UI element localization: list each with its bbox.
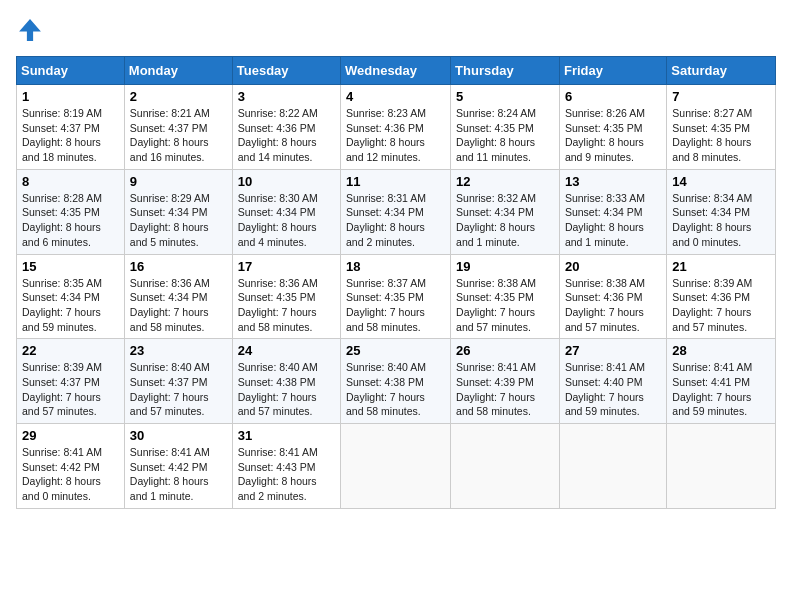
day-cell-29: 29 Sunrise: 8:41 AMSunset: 4:42 PMDaylig… <box>17 424 125 509</box>
day-number: 23 <box>130 343 227 358</box>
col-header-wednesday: Wednesday <box>341 57 451 85</box>
day-number: 3 <box>238 89 335 104</box>
day-info: Sunrise: 8:41 AMSunset: 4:43 PMDaylight:… <box>238 446 318 502</box>
day-cell-2: 2 Sunrise: 8:21 AMSunset: 4:37 PMDayligh… <box>124 85 232 170</box>
day-info: Sunrise: 8:40 AMSunset: 4:38 PMDaylight:… <box>346 361 426 417</box>
day-cell-17: 17 Sunrise: 8:36 AMSunset: 4:35 PMDaylig… <box>232 254 340 339</box>
day-info: Sunrise: 8:27 AMSunset: 4:35 PMDaylight:… <box>672 107 752 163</box>
day-cell-6: 6 Sunrise: 8:26 AMSunset: 4:35 PMDayligh… <box>559 85 666 170</box>
day-cell-19: 19 Sunrise: 8:38 AMSunset: 4:35 PMDaylig… <box>451 254 560 339</box>
day-info: Sunrise: 8:26 AMSunset: 4:35 PMDaylight:… <box>565 107 645 163</box>
col-header-sunday: Sunday <box>17 57 125 85</box>
day-cell-8: 8 Sunrise: 8:28 AMSunset: 4:35 PMDayligh… <box>17 169 125 254</box>
day-cell-25: 25 Sunrise: 8:40 AMSunset: 4:38 PMDaylig… <box>341 339 451 424</box>
day-info: Sunrise: 8:22 AMSunset: 4:36 PMDaylight:… <box>238 107 318 163</box>
day-cell-30: 30 Sunrise: 8:41 AMSunset: 4:42 PMDaylig… <box>124 424 232 509</box>
day-info: Sunrise: 8:40 AMSunset: 4:38 PMDaylight:… <box>238 361 318 417</box>
col-header-monday: Monday <box>124 57 232 85</box>
day-cell-7: 7 Sunrise: 8:27 AMSunset: 4:35 PMDayligh… <box>667 85 776 170</box>
day-cell-3: 3 Sunrise: 8:22 AMSunset: 4:36 PMDayligh… <box>232 85 340 170</box>
day-cell-13: 13 Sunrise: 8:33 AMSunset: 4:34 PMDaylig… <box>559 169 666 254</box>
week-row-1: 1 Sunrise: 8:19 AMSunset: 4:37 PMDayligh… <box>17 85 776 170</box>
day-cell-15: 15 Sunrise: 8:35 AMSunset: 4:34 PMDaylig… <box>17 254 125 339</box>
day-number: 14 <box>672 174 770 189</box>
day-cell-5: 5 Sunrise: 8:24 AMSunset: 4:35 PMDayligh… <box>451 85 560 170</box>
day-number: 25 <box>346 343 445 358</box>
day-info: Sunrise: 8:30 AMSunset: 4:34 PMDaylight:… <box>238 192 318 248</box>
day-cell-14: 14 Sunrise: 8:34 AMSunset: 4:34 PMDaylig… <box>667 169 776 254</box>
day-cell-16: 16 Sunrise: 8:36 AMSunset: 4:34 PMDaylig… <box>124 254 232 339</box>
calendar-table: SundayMondayTuesdayWednesdayThursdayFrid… <box>16 56 776 509</box>
page-header <box>16 16 776 44</box>
day-number: 20 <box>565 259 661 274</box>
day-info: Sunrise: 8:39 AMSunset: 4:36 PMDaylight:… <box>672 277 752 333</box>
day-cell-9: 9 Sunrise: 8:29 AMSunset: 4:34 PMDayligh… <box>124 169 232 254</box>
day-info: Sunrise: 8:38 AMSunset: 4:35 PMDaylight:… <box>456 277 536 333</box>
day-info: Sunrise: 8:34 AMSunset: 4:34 PMDaylight:… <box>672 192 752 248</box>
day-number: 9 <box>130 174 227 189</box>
day-number: 2 <box>130 89 227 104</box>
day-info: Sunrise: 8:37 AMSunset: 4:35 PMDaylight:… <box>346 277 426 333</box>
day-number: 4 <box>346 89 445 104</box>
day-cell-26: 26 Sunrise: 8:41 AMSunset: 4:39 PMDaylig… <box>451 339 560 424</box>
day-info: Sunrise: 8:36 AMSunset: 4:35 PMDaylight:… <box>238 277 318 333</box>
day-info: Sunrise: 8:41 AMSunset: 4:40 PMDaylight:… <box>565 361 645 417</box>
day-cell-23: 23 Sunrise: 8:40 AMSunset: 4:37 PMDaylig… <box>124 339 232 424</box>
logo-icon <box>16 16 44 44</box>
day-number: 27 <box>565 343 661 358</box>
day-cell-28: 28 Sunrise: 8:41 AMSunset: 4:41 PMDaylig… <box>667 339 776 424</box>
week-row-4: 22 Sunrise: 8:39 AMSunset: 4:37 PMDaylig… <box>17 339 776 424</box>
day-number: 22 <box>22 343 119 358</box>
day-number: 29 <box>22 428 119 443</box>
day-info: Sunrise: 8:21 AMSunset: 4:37 PMDaylight:… <box>130 107 210 163</box>
day-number: 11 <box>346 174 445 189</box>
day-info: Sunrise: 8:33 AMSunset: 4:34 PMDaylight:… <box>565 192 645 248</box>
col-header-thursday: Thursday <box>451 57 560 85</box>
empty-cell <box>451 424 560 509</box>
day-number: 28 <box>672 343 770 358</box>
day-cell-22: 22 Sunrise: 8:39 AMSunset: 4:37 PMDaylig… <box>17 339 125 424</box>
day-cell-4: 4 Sunrise: 8:23 AMSunset: 4:36 PMDayligh… <box>341 85 451 170</box>
day-info: Sunrise: 8:39 AMSunset: 4:37 PMDaylight:… <box>22 361 102 417</box>
logo <box>16 16 48 44</box>
day-cell-27: 27 Sunrise: 8:41 AMSunset: 4:40 PMDaylig… <box>559 339 666 424</box>
day-cell-18: 18 Sunrise: 8:37 AMSunset: 4:35 PMDaylig… <box>341 254 451 339</box>
day-info: Sunrise: 8:41 AMSunset: 4:42 PMDaylight:… <box>22 446 102 502</box>
day-number: 16 <box>130 259 227 274</box>
col-header-tuesday: Tuesday <box>232 57 340 85</box>
day-info: Sunrise: 8:29 AMSunset: 4:34 PMDaylight:… <box>130 192 210 248</box>
day-info: Sunrise: 8:31 AMSunset: 4:34 PMDaylight:… <box>346 192 426 248</box>
day-number: 17 <box>238 259 335 274</box>
day-cell-12: 12 Sunrise: 8:32 AMSunset: 4:34 PMDaylig… <box>451 169 560 254</box>
day-number: 30 <box>130 428 227 443</box>
day-number: 26 <box>456 343 554 358</box>
day-number: 10 <box>238 174 335 189</box>
day-number: 15 <box>22 259 119 274</box>
day-number: 19 <box>456 259 554 274</box>
week-row-2: 8 Sunrise: 8:28 AMSunset: 4:35 PMDayligh… <box>17 169 776 254</box>
day-cell-24: 24 Sunrise: 8:40 AMSunset: 4:38 PMDaylig… <box>232 339 340 424</box>
day-info: Sunrise: 8:41 AMSunset: 4:42 PMDaylight:… <box>130 446 210 502</box>
day-number: 5 <box>456 89 554 104</box>
col-header-friday: Friday <box>559 57 666 85</box>
day-number: 18 <box>346 259 445 274</box>
empty-cell <box>667 424 776 509</box>
day-info: Sunrise: 8:28 AMSunset: 4:35 PMDaylight:… <box>22 192 102 248</box>
day-number: 24 <box>238 343 335 358</box>
day-cell-1: 1 Sunrise: 8:19 AMSunset: 4:37 PMDayligh… <box>17 85 125 170</box>
day-info: Sunrise: 8:24 AMSunset: 4:35 PMDaylight:… <box>456 107 536 163</box>
day-info: Sunrise: 8:32 AMSunset: 4:34 PMDaylight:… <box>456 192 536 248</box>
day-info: Sunrise: 8:41 AMSunset: 4:41 PMDaylight:… <box>672 361 752 417</box>
day-cell-21: 21 Sunrise: 8:39 AMSunset: 4:36 PMDaylig… <box>667 254 776 339</box>
day-cell-31: 31 Sunrise: 8:41 AMSunset: 4:43 PMDaylig… <box>232 424 340 509</box>
day-cell-10: 10 Sunrise: 8:30 AMSunset: 4:34 PMDaylig… <box>232 169 340 254</box>
svg-marker-0 <box>19 19 41 41</box>
week-row-5: 29 Sunrise: 8:41 AMSunset: 4:42 PMDaylig… <box>17 424 776 509</box>
day-info: Sunrise: 8:40 AMSunset: 4:37 PMDaylight:… <box>130 361 210 417</box>
day-cell-11: 11 Sunrise: 8:31 AMSunset: 4:34 PMDaylig… <box>341 169 451 254</box>
empty-cell <box>559 424 666 509</box>
empty-cell <box>341 424 451 509</box>
day-number: 13 <box>565 174 661 189</box>
day-info: Sunrise: 8:41 AMSunset: 4:39 PMDaylight:… <box>456 361 536 417</box>
day-number: 21 <box>672 259 770 274</box>
